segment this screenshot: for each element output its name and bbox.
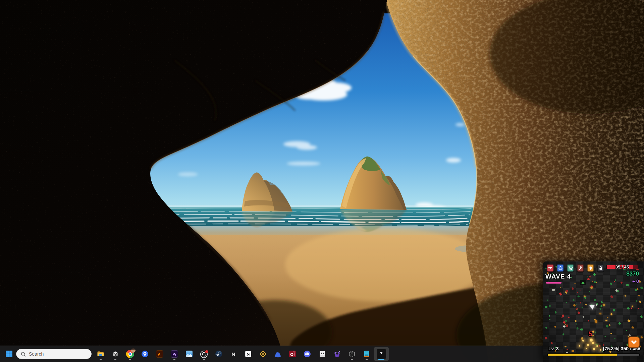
running-indicator [114, 359, 116, 360]
premiere-icon: Pr [170, 350, 178, 358]
taskbar-premiere-button[interactable]: Pr [168, 347, 181, 361]
taskbar-unity-editor-button[interactable] [345, 347, 359, 361]
running-indicator [100, 359, 102, 360]
svg-text:N: N [247, 352, 250, 357]
gem-star-icon: ✦ [632, 279, 636, 284]
taskbar-nordvpn-button[interactable] [271, 347, 284, 361]
chevron-down-icon [631, 339, 637, 346]
chrome-icon [126, 350, 134, 358]
wave-label: WAVE 4 [545, 273, 571, 280]
running-indicator [173, 359, 175, 360]
discord-icon [303, 350, 311, 358]
maps-icon [141, 350, 149, 358]
running-indicator [203, 359, 205, 360]
gem-value: 0 [636, 278, 639, 284]
damage-number: 5 [588, 330, 592, 338]
search-input[interactable]: Search [16, 349, 92, 359]
taskbar-game-window-button[interactable] [374, 347, 389, 361]
game-thumbnail-icon [377, 349, 386, 359]
taskbar-steam-button[interactable] [212, 347, 225, 361]
wave-progress-bar [546, 282, 561, 284]
player-character [589, 305, 595, 310]
file-explorer-icon [97, 350, 105, 358]
notion-icon: N [244, 350, 252, 358]
svg-text:Pr: Pr [172, 352, 176, 356]
taskbar-photos-button[interactable] [182, 347, 196, 361]
svg-text:Ai: Ai [158, 352, 162, 356]
taskbar-n-app-button[interactable]: N [227, 347, 240, 361]
taskbar-diamond-app-button[interactable] [256, 347, 270, 361]
spawn-marker-icon [580, 280, 586, 285]
search-icon [21, 352, 26, 357]
desktop: Search AiPrNN 5 WAVE 4 35 / 45 $370 ✦0 L… [0, 0, 644, 362]
obs-studio-icon [200, 350, 208, 358]
level-label: Lv. 3 [548, 346, 559, 351]
taskbar-maps-button[interactable] [138, 347, 152, 361]
game-shop-button[interactable] [567, 264, 574, 272]
xp-bar [547, 353, 640, 356]
game-window[interactable]: 5 WAVE 4 35 / 45 $370 ✦0 Lv. 3 [75.3%] 3… [543, 261, 644, 362]
minimize-hud-button[interactable] [628, 337, 640, 348]
game-toolbar [547, 264, 604, 272]
nordvpn-icon [274, 350, 282, 358]
hp-bar: 35 / 45 [606, 265, 638, 269]
game-weapon-button[interactable] [547, 264, 554, 272]
taskbar-box-app-button[interactable] [330, 347, 344, 361]
windows-logo-icon [6, 351, 12, 357]
game-pickaxe-button[interactable] [577, 264, 584, 272]
xp-bar-fill [548, 354, 617, 356]
start-button[interactable] [3, 347, 15, 361]
plug-app-icon [318, 350, 326, 358]
taskbar-discord-button[interactable] [301, 347, 314, 361]
game-idea-button[interactable] [587, 264, 594, 272]
taskbar-notion-button[interactable]: N [241, 347, 255, 361]
taskbar-plug-app-button[interactable] [316, 347, 329, 361]
svg-text:N: N [232, 351, 235, 357]
game-orbit-button[interactable] [557, 264, 564, 272]
unity-hub-icon [111, 350, 119, 358]
hp-text: 35 / 45 [607, 264, 638, 269]
taskbar-notes-app-button[interactable] [360, 347, 373, 361]
n-app-icon: N [229, 350, 237, 358]
steam-icon [215, 350, 223, 358]
running-indicator [351, 359, 353, 360]
taskbar-record-app-button[interactable] [286, 347, 299, 361]
taskbar-chrome-button[interactable] [123, 347, 137, 361]
taskbar-obs-studio-button[interactable] [197, 347, 211, 361]
taskbar-file-explorer-button[interactable] [94, 347, 107, 361]
active-window-indicator [378, 359, 384, 360]
search-placeholder: Search [29, 351, 44, 357]
diamond-app-icon [259, 350, 267, 358]
unity-editor-icon [348, 350, 356, 358]
record-app-icon [288, 350, 297, 358]
photos-icon [185, 350, 193, 358]
taskbar-illustrator-button[interactable]: Ai [153, 347, 166, 361]
game-lock-button[interactable] [597, 264, 604, 272]
running-indicator [366, 359, 368, 360]
gems-label: ✦0 [632, 278, 639, 284]
money-label: $370 [626, 270, 639, 277]
notes-app-icon [363, 350, 371, 358]
running-indicator [129, 359, 131, 360]
box-app-icon [333, 350, 341, 358]
illustrator-icon: Ai [156, 350, 164, 358]
taskbar-unity-hub-button[interactable] [109, 347, 122, 361]
